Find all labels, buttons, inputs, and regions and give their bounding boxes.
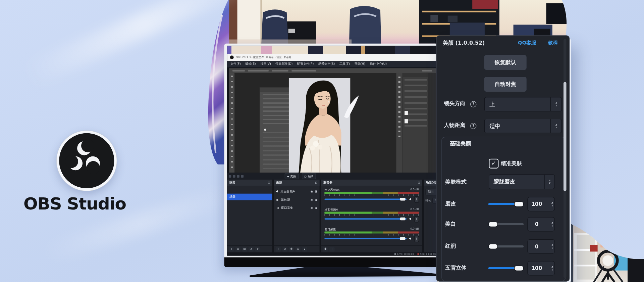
volume-slider-handle[interactable] (400, 237, 406, 240)
spinner-icons[interactable]: ∧∨ (551, 218, 553, 231)
volume-slider-handle[interactable] (400, 218, 406, 221)
source-row[interactable]: ⊡ 窗口采集 ◉ ▣ (274, 204, 320, 211)
obs-title-text: OBS 29.1.3 - 配置文件: 未命名 - 场景: 未命名 (236, 55, 291, 59)
fader-knob[interactable] (415, 196, 419, 202)
mixer-more-button[interactable]: ⋮ (329, 247, 335, 251)
eye-icon[interactable]: ◉ (311, 206, 313, 209)
lock-icon[interactable]: ▣ (315, 198, 317, 201)
sources-title: 来源 (276, 181, 282, 185)
fader-knob[interactable] (415, 236, 419, 242)
slider-value: 0 (528, 240, 546, 253)
slider-value-box[interactable]: 0 ∧∨ (527, 217, 555, 232)
monitor: OBS 29.1.3 - 配置文件: 未命名 - 场景: 未命名 文件(F) 编… (224, 44, 440, 267)
menu-scene-collection[interactable]: 场景集合(S) (318, 62, 335, 66)
ruddy-slider-row: 红润 0 ∧∨ (442, 239, 565, 253)
menu-tools[interactable]: 工具(T) (339, 62, 350, 66)
spinner-icons[interactable]: ∧∨ (551, 262, 553, 275)
speaker-icon[interactable] (409, 198, 412, 201)
eye-icon[interactable]: ◉ (311, 198, 313, 201)
speaker-icon[interactable] (409, 218, 412, 221)
mixer-db: 0.0 dB (410, 227, 419, 231)
sticker-quick-button[interactable]: ▢ 贴纸 (302, 173, 316, 179)
duplicate-scene-button[interactable]: ⊞ (242, 247, 247, 251)
spinner-icons[interactable]: ∧∨ (550, 97, 561, 111)
ps-layers-panel (402, 73, 428, 173)
beauty-quick-button[interactable]: ◆ 美颜 (285, 173, 299, 179)
subject-distance-label: 人物距离 (444, 122, 466, 129)
obs-logo-blades (59, 133, 109, 183)
help-icon[interactable]: ? (470, 123, 476, 129)
lock-icon[interactable]: ▣ (315, 190, 317, 193)
scene-item[interactable]: 场景 (227, 194, 272, 200)
menu-plugin-center[interactable]: 插件中心(U) (370, 62, 387, 66)
mixer-config-button[interactable]: ✻ (323, 247, 328, 251)
stack-icon[interactable]: ⊟ (315, 181, 317, 184)
dock-mini-icon[interactable] (233, 175, 235, 177)
move-up-button[interactable]: ∧ (295, 247, 301, 251)
tutorial-link[interactable]: 教程 (548, 40, 557, 47)
restore-defaults-button[interactable]: 恢复默认 (484, 55, 527, 70)
mixer-db: 0.0 dB (410, 188, 419, 192)
source-row[interactable]: 桌面音频A ◉ ▣ (274, 188, 320, 195)
source-name: 窗口采集 (281, 206, 309, 210)
slider-handle[interactable] (514, 266, 524, 271)
volume-slider[interactable] (324, 238, 407, 239)
dock-mini-icon[interactable] (241, 175, 244, 177)
remove-source-button[interactable]: ⊖ (282, 247, 287, 251)
menu-view[interactable]: 视图(V) (260, 62, 271, 66)
slider-value-box[interactable]: 100 ∧∨ (527, 261, 555, 276)
slider-value: 0 (528, 218, 546, 231)
scenes-toolbar: + ⊖ ⊞ ∧ ∨ (227, 245, 272, 252)
add-scene-button[interactable]: + (229, 247, 234, 251)
obs-titlebar[interactable]: OBS 29.1.3 - 配置文件: 未命名 - 场景: 未命名 (227, 54, 439, 61)
slider-handle[interactable] (514, 201, 524, 207)
volume-slider[interactable] (324, 218, 407, 220)
menu-docks[interactable]: 停靠部件(D) (275, 62, 292, 66)
slider-value-box[interactable]: 100 ∧∨ (527, 197, 555, 211)
eye-icon[interactable]: ◉ (311, 190, 313, 193)
menu-profile[interactable]: 配置文件(P) (297, 62, 314, 66)
obs-app-icon (230, 55, 234, 59)
spinner-icons[interactable]: ∧∨ (551, 197, 553, 211)
slider-value-box[interactable]: 0 ∧∨ (527, 239, 555, 254)
beauty-quick-label: 美颜 (290, 174, 296, 178)
slider-handle[interactable] (488, 222, 498, 227)
add-source-button[interactable]: + (276, 247, 281, 251)
scrollbar-thumb[interactable] (564, 82, 567, 191)
volume-slider-handle[interactable] (400, 198, 406, 201)
qq-support-link[interactable]: QQ客服 (518, 40, 536, 47)
portrait-photo (289, 78, 351, 173)
fader-knob[interactable] (415, 216, 419, 222)
mixer-toolbar: ✻ ⋮ (321, 245, 422, 252)
help-icon[interactable]: ? (470, 101, 476, 107)
remove-scene-button[interactable]: ⊖ (235, 247, 241, 251)
move-up-button[interactable]: ∧ (249, 247, 254, 251)
source-row[interactable]: ▶ 媒体源 ◉ ▣ (274, 196, 320, 203)
precise-skin-checkbox[interactable]: ✓ (489, 159, 498, 169)
ps-adjustment-strip (396, 73, 402, 173)
mixer-channel-name: 麦克风/Aux (324, 188, 339, 192)
spinner-icons[interactable]: ∧∨ (551, 240, 553, 253)
spinner-icons[interactable]: ∧∨ (544, 175, 554, 189)
skin-mode-select[interactable]: 朦胧磨皮 ∧∨ (489, 174, 555, 189)
move-down-button[interactable]: ∨ (302, 247, 307, 251)
menu-edit[interactable]: 编辑(E) (245, 62, 256, 66)
lock-icon[interactable]: ▣ (315, 206, 317, 209)
source-properties-button[interactable]: ✻ (289, 247, 294, 251)
subject-distance-select[interactable]: 适中 ∧∨ (484, 119, 562, 133)
volume-slider[interactable] (324, 198, 407, 200)
stack-icon[interactable]: ⊟ (268, 181, 270, 184)
stack-icon[interactable]: ⊟ (418, 181, 420, 184)
spinner-icons[interactable]: ∧∨ (550, 119, 561, 133)
speaker-icon[interactable] (409, 237, 412, 240)
camera-direction-select[interactable]: 上 ∧∨ (484, 97, 562, 111)
beauty-panel: 美颜 (1.0.0.52) QQ客服 教程 恢复默认 自动对焦 镜头方向 ? 上… (436, 35, 570, 281)
dock-mini-icon[interactable] (229, 175, 231, 177)
move-down-button[interactable]: ∨ (255, 247, 260, 251)
menu-file[interactable]: 文件(F) (230, 62, 241, 66)
autofocus-button[interactable]: 自动对焦 (484, 77, 527, 92)
precise-skin-label: 精准美肤 (501, 160, 522, 167)
dock-mini-icon[interactable] (237, 175, 239, 177)
slider-handle[interactable] (488, 244, 498, 249)
menu-help[interactable]: 帮助(H) (355, 62, 365, 66)
